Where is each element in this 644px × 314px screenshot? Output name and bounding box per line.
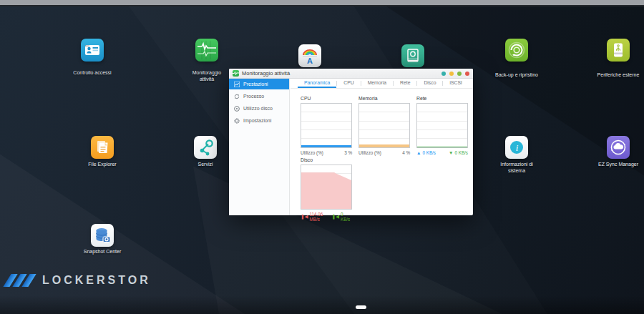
memoria-usage-label: Utilizzo (%) (358, 150, 381, 155)
sidebar-item-label: Impostazioni (243, 118, 271, 123)
desktop-icon-backup-ripristino[interactable] (505, 39, 528, 62)
sidebar-item-impostazioni[interactable]: Impostazioni (229, 115, 289, 126)
desktop-icon-label: File Explorer (70, 162, 135, 168)
desktop-icon-guida[interactable] (401, 44, 424, 67)
disk-write-icon: ❚◀ (301, 215, 308, 219)
desktop-icon-ez-sync-manager[interactable] (607, 136, 630, 159)
desktop-icon-label: Snapshot Center (70, 249, 135, 255)
activity-monitor-window: Monitoraggio attività Prestazioni Proces… (229, 69, 473, 215)
desktop-icon-monitoraggio-attivita[interactable] (195, 39, 218, 62)
cloud-sync-icon (609, 138, 628, 157)
cpu-panel-title: CPU (301, 96, 352, 101)
memoria-usage-fill (359, 144, 409, 147)
id-card-icon (84, 41, 101, 59)
desktop-icon-controllo-accessi[interactable] (81, 39, 104, 62)
desktop-icon-label: Back-up e ripristino (495, 72, 538, 79)
memoria-panel: Memoria Utilizzo (%) 4 % (358, 96, 410, 155)
desktop-icon-label: Controllo accessi (60, 70, 125, 77)
svg-text:i: i (516, 142, 519, 153)
documents-icon (94, 139, 111, 156)
book-icon (404, 47, 421, 64)
performance-icon (234, 82, 240, 87)
rete-panel: Rete ▲0 KB/s ▼0 KB/s (416, 96, 468, 155)
info-icon: i (507, 138, 526, 157)
rete-panel-title: Rete (416, 96, 468, 101)
sidebar-item-processo[interactable]: Processo (229, 91, 289, 102)
gear-icon (234, 118, 240, 124)
share-network-icon (196, 138, 215, 157)
bottom-shade (0, 295, 644, 314)
logo-text: LOCKERSTOR (42, 274, 151, 287)
disco-write-value: 114.06 MB/s (309, 212, 331, 222)
disco-read-value: 0 KB/s (341, 212, 352, 222)
svg-text:A: A (307, 57, 313, 65)
window-app-icon (233, 70, 239, 77)
upload-arrow-icon: ▲ (416, 151, 421, 155)
desktop-icon-label: Informazioni di sistema (492, 162, 542, 174)
cpu-chart (301, 103, 352, 148)
window-content: Panoramica CPU Memoria Rete Disco iSCSI … (291, 79, 473, 215)
process-refresh-icon (234, 94, 240, 99)
sidebar-item-label: Processo (243, 94, 264, 99)
disk-read-icon: ❚◀ (332, 215, 339, 219)
external-drive-icon (610, 41, 627, 59)
disk-icon (234, 106, 240, 112)
download-arrow-icon: ▼ (449, 151, 453, 155)
maximize-button[interactable] (457, 72, 462, 76)
dock-handle[interactable] (356, 305, 366, 309)
logo-slashes-icon (7, 274, 35, 287)
tab-rete[interactable]: Rete (394, 79, 416, 88)
rete-download-value: 0 KB/s (454, 150, 468, 155)
tab-cpu[interactable]: CPU (337, 79, 360, 88)
minimize-button[interactable] (449, 72, 454, 76)
desktop-icon-app-central[interactable]: A (298, 44, 321, 67)
window-sidebar: Prestazioni Processo Utilizzo disco Impo… (229, 79, 290, 215)
desktop-icon-label: Monitoraggio attività (185, 70, 228, 82)
restore-arrows-icon (507, 41, 526, 59)
desktop-icon-servizi[interactable] (194, 136, 217, 159)
disco-panel: Disco ❚◀114.06 MB/s ❚◀0 KB/s (301, 157, 352, 222)
desktop-icon-label: EZ Sync Manager (586, 162, 644, 168)
window-titlebar[interactable]: Monitoraggio attività (229, 69, 473, 79)
database-snapshot-icon (93, 226, 112, 245)
memoria-panel-title: Memoria (358, 96, 410, 101)
sidebar-item-prestazioni[interactable]: Prestazioni (229, 79, 289, 89)
disco-chart (301, 165, 352, 210)
memoria-usage-value: 4 % (402, 150, 410, 155)
rete-traffic-line (417, 147, 467, 148)
activity-monitor-icon (197, 41, 216, 59)
sidebar-item-label: Utilizzo disco (243, 106, 273, 111)
tab-disco[interactable]: Disco (417, 79, 442, 88)
sidebar-item-utilizzo-disco[interactable]: Utilizzo disco (229, 103, 289, 114)
cpu-usage-label: Utilizzo (%) (301, 150, 323, 155)
window-title: Monitoraggio attività (242, 70, 290, 77)
tab-panoramica[interactable]: Panoramica (298, 79, 336, 88)
tab-iscsi[interactable]: iSCSI (443, 79, 468, 88)
disco-activity-fill (301, 172, 351, 209)
tab-memoria[interactable]: Memoria (361, 79, 393, 88)
lockerstor-logo: LOCKERSTOR (7, 274, 151, 287)
desktop-icon-label: Periferiche esterne (586, 72, 644, 79)
cpu-usage-value: 3 % (344, 150, 352, 155)
desktop-icon-periferiche-esterne[interactable] (607, 39, 630, 62)
cpu-usage-fill (301, 145, 351, 147)
rete-chart (416, 103, 468, 148)
close-button[interactable] (465, 72, 469, 76)
rete-upload-value: 0 KB/s (422, 150, 436, 155)
pin-button[interactable] (441, 72, 446, 76)
cpu-panel: CPU Utilizzo (%) 3 % (301, 96, 352, 155)
desktop-icon-snapshot-center[interactable] (91, 224, 114, 247)
desktop-icon-file-explorer[interactable] (91, 136, 114, 159)
desktop-icon-informazioni-sistema[interactable]: i (505, 136, 528, 159)
app-central-icon: A (301, 46, 319, 65)
disco-panel-title: Disco (301, 157, 352, 162)
desktop-icon-label: Servizi (173, 162, 238, 168)
tab-bar: Panoramica CPU Memoria Rete Disco iSCSI (291, 79, 473, 89)
memoria-chart (358, 103, 410, 148)
sidebar-item-label: Prestazioni (243, 82, 268, 87)
top-gray-strip (0, 0, 644, 6)
